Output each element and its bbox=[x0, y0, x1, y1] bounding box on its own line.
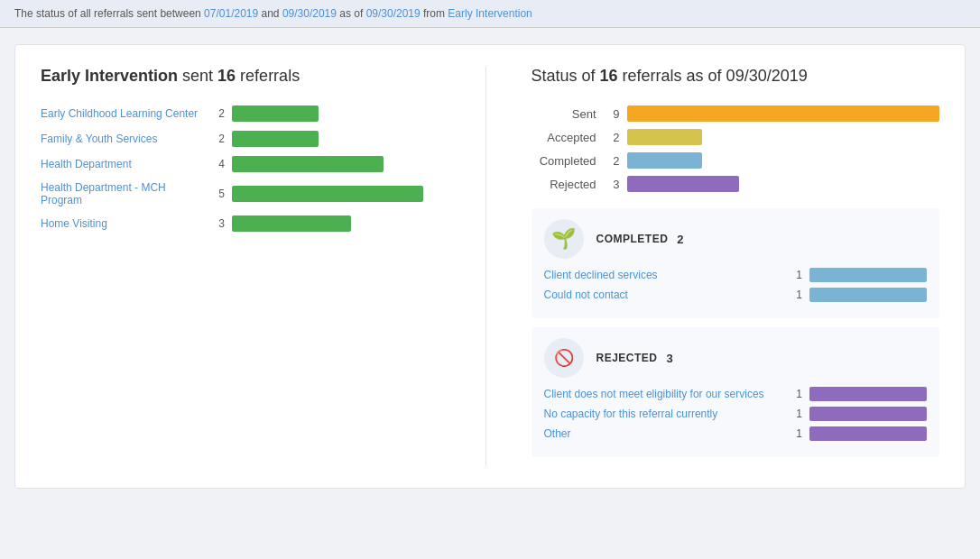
completed-total: 2 bbox=[677, 233, 683, 246]
right-title: Status of 16 referrals as of 09/30/2019 bbox=[532, 67, 940, 86]
status-bar-fill bbox=[627, 176, 740, 192]
rejected-bar-fill bbox=[809, 426, 927, 441]
referral-bar bbox=[232, 131, 319, 147]
completed-row: Client declined services 1 bbox=[544, 268, 928, 282]
completed-bar-fill bbox=[809, 288, 927, 302]
completed-row-count: 1 bbox=[788, 269, 802, 281]
referral-bar bbox=[232, 215, 351, 232]
referral-bar-container bbox=[232, 186, 449, 202]
banner-source: Early Intervention bbox=[448, 7, 532, 20]
banner-from: from bbox=[421, 7, 448, 20]
rejected-title: REJECTED bbox=[596, 352, 658, 364]
status-count: 2 bbox=[604, 154, 620, 168]
status-bar-row: Completed 2 bbox=[532, 152, 940, 169]
status-bar-fill bbox=[627, 152, 702, 169]
status-bar-row: Accepted 2 bbox=[532, 129, 940, 145]
completed-title-group: COMPLETED 2 bbox=[596, 233, 684, 246]
main-card: Early Intervention sent 16 referrals Ear… bbox=[14, 44, 966, 489]
completed-bar-container bbox=[809, 268, 927, 282]
completed-row: Could not contact 1 bbox=[544, 288, 928, 302]
referral-bar-row: Health Department 4 bbox=[41, 156, 449, 172]
status-bar-track bbox=[627, 176, 940, 192]
referral-bar-row: Early Childhood Learning Center 2 bbox=[41, 105, 449, 122]
status-label: Accepted bbox=[532, 131, 596, 144]
rejected-row-label[interactable]: Other bbox=[544, 427, 781, 440]
referral-bar-container bbox=[232, 156, 449, 172]
left-title: Early Intervention sent 16 referrals bbox=[41, 67, 449, 86]
referral-bar-count: 2 bbox=[210, 133, 225, 145]
status-label: Rejected bbox=[532, 178, 596, 191]
rejected-row-label[interactable]: No capacity for this referral currently bbox=[544, 408, 781, 420]
completed-header: 🌱 COMPLETED 2 bbox=[544, 219, 928, 259]
status-bar-track bbox=[627, 105, 940, 122]
status-bar-track bbox=[627, 129, 940, 145]
banner-as-of: as of bbox=[337, 7, 366, 20]
referral-bar-count: 5 bbox=[210, 188, 225, 200]
right-total: 16 bbox=[600, 67, 618, 85]
banner-text-prefix: The status of all referrals sent between bbox=[14, 7, 204, 20]
rejected-row: Client does not meet eligibility for our… bbox=[544, 387, 928, 401]
right-title-suffix: referrals as of 09/30/2019 bbox=[618, 67, 808, 85]
completed-icon: 🌱 bbox=[544, 219, 584, 259]
referral-bar-container bbox=[232, 105, 449, 122]
left-title-middle: sent bbox=[178, 67, 217, 85]
rejected-row-count: 1 bbox=[788, 408, 802, 420]
rejected-title-group: REJECTED 3 bbox=[596, 352, 673, 365]
rejected-header: 🚫 REJECTED 3 bbox=[544, 338, 928, 378]
status-bar-track bbox=[627, 152, 940, 169]
status-label: Sent bbox=[532, 107, 596, 121]
status-bars: Sent 9 Accepted 2 Completed 2 Rejected 3 bbox=[532, 105, 940, 192]
referral-bar-label[interactable]: Early Childhood Learning Center bbox=[41, 107, 203, 120]
banner-date3: 09/30/2019 bbox=[366, 7, 421, 20]
status-bar-fill bbox=[627, 129, 702, 145]
banner-and: and bbox=[258, 7, 282, 20]
referral-bar-row: Home Visiting 3 bbox=[41, 215, 449, 232]
status-count: 2 bbox=[604, 131, 620, 144]
referral-bar-count: 2 bbox=[210, 107, 225, 120]
completed-row-label[interactable]: Client declined services bbox=[544, 269, 781, 281]
referral-bar-label[interactable]: Health Department bbox=[41, 158, 203, 170]
rejected-row-label[interactable]: Client does not meet eligibility for our… bbox=[544, 388, 781, 400]
referral-bar bbox=[232, 186, 423, 202]
right-title-prefix: Status of bbox=[532, 67, 600, 85]
rejected-bar-container bbox=[809, 387, 927, 401]
referral-bar-count: 4 bbox=[210, 158, 225, 170]
completed-bar-container bbox=[809, 288, 927, 302]
status-bar-row: Rejected 3 bbox=[532, 176, 940, 192]
left-panel: Early Intervention sent 16 referrals Ear… bbox=[41, 67, 486, 466]
right-panel: Status of 16 referrals as of 09/30/2019 … bbox=[522, 67, 940, 466]
left-title-suffix: referrals bbox=[236, 67, 300, 85]
rejected-total: 3 bbox=[667, 352, 673, 365]
completed-title: COMPLETED bbox=[596, 233, 669, 245]
rejected-row: Other 1 bbox=[544, 426, 928, 441]
rejected-icon: 🚫 bbox=[544, 338, 584, 378]
referral-bar bbox=[232, 105, 319, 122]
rejected-bar-fill bbox=[809, 387, 927, 401]
referral-bar-row: Health Department - MCH Program 5 bbox=[41, 181, 449, 206]
referral-bars: Early Childhood Learning Center 2 Family… bbox=[41, 105, 449, 232]
referral-bar-container bbox=[232, 131, 449, 147]
status-count: 3 bbox=[604, 178, 620, 191]
rejected-bar-container bbox=[809, 407, 927, 421]
status-count: 9 bbox=[604, 107, 620, 121]
rejected-section: 🚫 REJECTED 3 Client does not meet eligib… bbox=[532, 327, 940, 457]
left-title-prefix: Early Intervention bbox=[41, 67, 178, 85]
rejected-bar-fill bbox=[809, 407, 927, 421]
referral-bar-label[interactable]: Health Department - MCH Program bbox=[41, 181, 203, 206]
referral-bar-container bbox=[232, 215, 449, 232]
rejected-row: No capacity for this referral currently … bbox=[544, 407, 928, 421]
status-bar-fill bbox=[627, 105, 940, 122]
referral-bar-count: 3 bbox=[210, 217, 225, 230]
banner-date2: 09/30/2019 bbox=[282, 7, 337, 20]
status-banner: The status of all referrals sent between… bbox=[0, 0, 980, 28]
rejected-bar-container bbox=[809, 426, 927, 441]
referral-bar-label[interactable]: Home Visiting bbox=[41, 217, 203, 230]
referral-bar-label[interactable]: Family & Youth Services bbox=[41, 133, 203, 145]
left-total: 16 bbox=[217, 67, 236, 85]
completed-bar-fill bbox=[809, 268, 927, 282]
completed-row-label[interactable]: Could not contact bbox=[544, 289, 781, 301]
referral-bar-row: Family & Youth Services 2 bbox=[41, 131, 449, 147]
referral-bar bbox=[232, 156, 384, 172]
banner-date1: 07/01/2019 bbox=[204, 7, 258, 20]
status-bar-row: Sent 9 bbox=[532, 105, 940, 122]
